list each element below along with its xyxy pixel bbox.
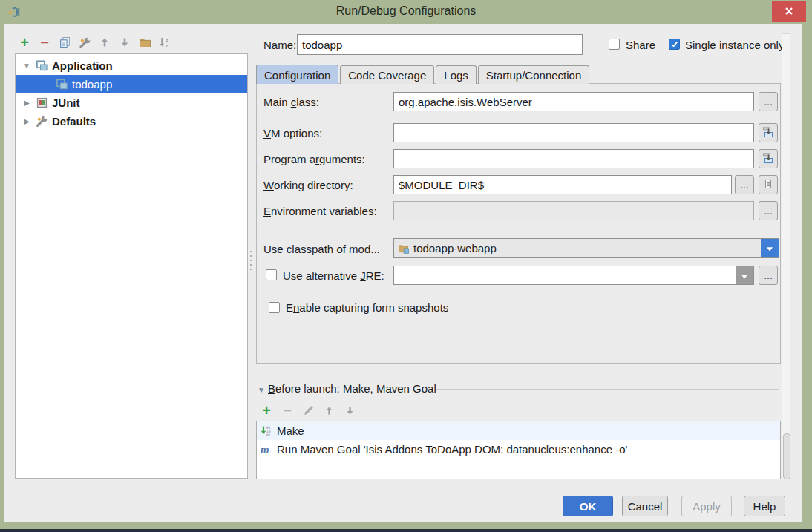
name-label: Name: [263, 39, 296, 51]
add-task-icon[interactable]: + [260, 404, 273, 417]
tree-item-todoapp[interactable]: todoapp [16, 75, 247, 93]
vertical-scrollbar[interactable] [782, 33, 790, 479]
module-icon [398, 243, 410, 254]
task-row-make[interactable]: 01 10 01 Make [257, 421, 780, 440]
before-launch-task-list: 01 10 01 Make m Run Maven Goal 'Isis Add… [256, 421, 781, 479]
tree-item-junit[interactable]: ▶ JUnit [16, 93, 247, 112]
tree-item-label: Defaults [52, 115, 96, 128]
environment-variables-label: Environment variables: [263, 205, 377, 217]
before-launch-toolbar: + − [260, 404, 356, 417]
tab-configuration[interactable]: Configuration [256, 65, 338, 84]
tree-item-label: Application [52, 59, 113, 72]
single-instance-checkbox-label[interactable]: Single instance only [685, 39, 784, 51]
vm-options-expand-button[interactable] [759, 123, 778, 142]
working-directory-input[interactable] [393, 175, 732, 194]
task-move-down-icon[interactable] [343, 404, 356, 417]
tree-item-application[interactable]: ▼ Application [16, 56, 247, 75]
environment-variables-input[interactable] [393, 201, 754, 220]
edit-task-pencil-icon[interactable] [301, 404, 315, 417]
ok-button[interactable]: OK [563, 496, 613, 516]
environment-variables-browse-button[interactable]: ... [759, 201, 778, 220]
close-button[interactable] [772, 1, 806, 22]
sort-configurations-icon[interactable]: a z [158, 36, 171, 49]
chevron-down-icon [741, 269, 748, 282]
tab-code-coverage[interactable]: Code Coverage [340, 65, 434, 84]
alternative-jre-checkbox-label[interactable]: Use alternative JRE: [283, 269, 384, 282]
svg-text:z: z [166, 42, 168, 49]
document-list-icon [762, 178, 774, 192]
window-title: Run/Debug Configurations [0, 4, 812, 18]
application-icon [56, 78, 68, 91]
cancel-button[interactable]: Cancel [622, 496, 668, 516]
classpath-module-combobox[interactable]: todoapp-webapp [393, 238, 779, 258]
vm-options-input[interactable] [393, 123, 754, 142]
scrollbar-thumb[interactable] [783, 433, 790, 479]
expand-triangle-icon[interactable]: ▶ [22, 117, 32, 125]
task-row-maven-goal[interactable]: m Run Maven Goal 'Isis Addons ToDoApp DO… [257, 440, 780, 459]
form-snapshots-checkbox-label[interactable]: Enable capturing form snapshots [286, 301, 448, 314]
remove-task-icon[interactable]: − [281, 404, 294, 417]
chevron-down-icon [766, 242, 773, 254]
share-checkbox-label[interactable]: Share [626, 39, 655, 51]
expand-field-icon [762, 126, 774, 140]
maven-icon: m [261, 444, 272, 455]
make-compile-icon: 01 10 01 [261, 425, 272, 437]
vm-options-label: VM options: [263, 127, 322, 139]
jre-dropdown-button[interactable] [736, 266, 753, 284]
new-folder-icon[interactable] [138, 36, 151, 49]
remove-configuration-icon[interactable]: − [38, 36, 51, 49]
before-launch-header[interactable]: Before launch: Make, Maven Goal [268, 382, 436, 395]
configurations-tree: ▼ Application todoapp ▶ JUnit [15, 53, 248, 479]
tree-item-defaults[interactable]: ▶ Defaults [16, 112, 247, 131]
application-icon [36, 59, 48, 72]
main-class-input[interactable] [393, 92, 754, 111]
defaults-wrench-icon [36, 115, 48, 128]
working-directory-label: Working directory: [263, 179, 353, 191]
working-directory-macro-button[interactable] [759, 175, 778, 194]
tree-item-label: todoapp [72, 78, 112, 91]
tree-item-label: JUnit [52, 96, 80, 109]
move-down-icon[interactable] [118, 36, 131, 49]
classpath-module-value: todoapp-webapp [413, 242, 497, 254]
task-move-up-icon[interactable] [322, 404, 335, 417]
settings-tabs: Configuration Code Coverage Logs Startup… [256, 65, 589, 84]
classpath-dropdown-button[interactable] [761, 239, 779, 257]
window-bottom-edge [0, 529, 812, 532]
share-checkbox[interactable] [609, 39, 620, 50]
expand-field-icon [762, 152, 774, 166]
task-label: Make [277, 424, 304, 437]
junit-icon [36, 96, 48, 109]
name-input[interactable] [297, 34, 583, 55]
tab-startup-connection[interactable]: Startup/Connection [478, 65, 589, 84]
close-icon [784, 6, 794, 19]
edit-defaults-wrench-icon[interactable] [78, 36, 91, 49]
alternative-jre-combobox[interactable] [393, 266, 754, 285]
single-instance-checkbox[interactable] [669, 39, 680, 50]
working-directory-browse-button[interactable]: ... [735, 175, 754, 194]
help-button[interactable]: Help [744, 496, 785, 516]
panel-splitter-handle[interactable] [248, 246, 253, 275]
alternative-jre-browse-button[interactable]: ... [759, 266, 778, 285]
program-arguments-input[interactable] [393, 149, 754, 168]
classpath-module-label: Use classpath of mod... [263, 243, 380, 255]
program-arguments-expand-button[interactable] [759, 149, 778, 168]
collapse-triangle-icon[interactable]: ▼ [22, 62, 32, 70]
alternative-jre-checkbox[interactable] [266, 269, 277, 280]
program-arguments-label: Program arguments: [263, 153, 365, 165]
main-class-label: Main class: [263, 96, 319, 108]
titlebar: Run/Debug Configurations [0, 0, 812, 24]
svg-text:01: 01 [266, 433, 271, 437]
task-label: Run Maven Goal 'Isis Addons ToDoApp DOM:… [277, 443, 627, 456]
configurations-toolbar: + − a z [18, 35, 171, 50]
main-class-browse-button[interactable]: ... [759, 92, 778, 111]
expand-triangle-icon[interactable]: ▶ [22, 99, 32, 107]
add-configuration-icon[interactable]: + [18, 36, 31, 49]
form-snapshots-checkbox[interactable] [269, 302, 280, 313]
apply-button[interactable]: Apply [681, 496, 732, 516]
before-launch-separator [436, 389, 779, 390]
copy-configuration-icon[interactable] [58, 36, 71, 49]
tab-logs[interactable]: Logs [436, 65, 477, 84]
before-launch-collapse-icon[interactable]: ▼ [258, 386, 265, 394]
move-up-icon[interactable] [98, 36, 111, 49]
checkmark-icon [670, 38, 678, 50]
